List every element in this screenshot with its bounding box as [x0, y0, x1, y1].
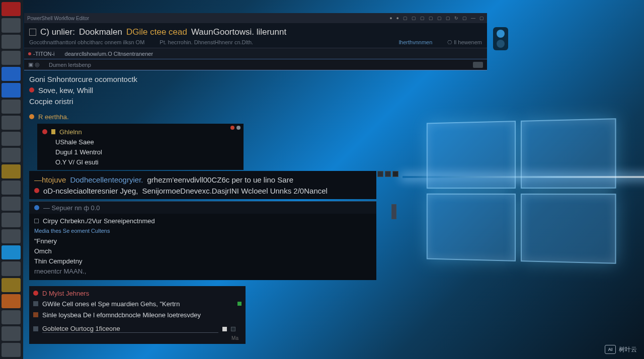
sub-toolbar: ▣ ◎ Dumen lertsbenp: [24, 59, 487, 70]
taskbar-app-15[interactable]: [2, 229, 21, 243]
toolbar-right-button[interactable]: [473, 62, 483, 68]
watermark-text: 树叶云: [619, 345, 637, 354]
taskbar-app-22[interactable]: [2, 343, 21, 357]
strip-window-controls: [377, 171, 398, 177]
p2-hdr: — Sepuer nn ф 0.0: [43, 204, 100, 212]
taskbar-app-10[interactable]: [2, 148, 21, 162]
line-b1-1: Goni Snhontorcure ocomontoctk: [29, 75, 137, 83]
taskbar-app-12[interactable]: [2, 181, 21, 195]
details-scroll-thumb[interactable]: [391, 204, 396, 219]
gutter-marker-icon[interactable]: [34, 188, 39, 193]
tab-1[interactable]: -TITON-i: [28, 51, 55, 57]
header-seg-3: DGile ctee cead: [126, 27, 187, 37]
taskbar-app-8[interactable]: [2, 116, 21, 130]
taskbar-app-3[interactable]: [2, 35, 21, 49]
gutter-marker-icon[interactable]: [42, 129, 47, 134]
taskbar: [0, 0, 23, 359]
header-sub-1: Gocothnatthanttonl obhcitharc onnem ilks…: [29, 39, 144, 46]
n1-l1: Ghlelnn: [59, 128, 82, 136]
foot-l1: GWile Cell ones el Spe muardien Gehs, "K…: [42, 300, 180, 308]
gutter-marker-icon[interactable]: [29, 114, 34, 119]
n1-l3: Dugul 1 Wentrol: [55, 148, 102, 156]
header-seg-4: WaunGoortowsi. lilerunnt: [191, 27, 286, 37]
header-sub-3: lherthvnnmen: [399, 39, 433, 46]
tab-1-label: -TITON-i: [33, 51, 55, 57]
tab-2[interactable]: deanrcllshow/um.O Cltnsentranener: [65, 51, 153, 57]
p2-l2: Media thes Se eoment Cultens: [34, 228, 110, 234]
document-header: C) unlier: Dookmalen DGile ctee cead Wau…: [24, 23, 487, 48]
titlebar-system-icons: ●●▢▢▢▢▢▢↻▢—▢: [389, 16, 484, 21]
input-suffix-icon: [231, 327, 235, 331]
nested-panel-1: Ghlelnn UShale Saee Dugul 1 Wentrol O.Y …: [37, 124, 244, 170]
strip-close-icon[interactable]: [392, 171, 398, 177]
mid-l2b: SenijormoeDnevexc.DasjrINI Wcloeel Unnks…: [142, 187, 327, 195]
n1-l2: UShale Saee: [55, 138, 94, 146]
mid-l1b: Dodhecellenteogryier.: [70, 175, 143, 184]
command-panel-status: Ma: [33, 334, 242, 342]
gutter-marker-icon[interactable]: [29, 87, 34, 93]
header-seg-2: Dookmalen: [79, 27, 122, 37]
camera-lens-icon: [497, 30, 505, 38]
watermark-badge: AI: [605, 345, 616, 354]
toolbar-crumb[interactable]: Dumen lertsbenp: [49, 62, 91, 68]
taskbar-app-17[interactable]: [2, 261, 21, 276]
code-area[interactable]: Goni Snhontorcure ocomontoctk Sove, kew,…: [24, 70, 487, 187]
header-sub-4: ⎔ ll hewenem: [447, 39, 482, 46]
checkbox-icon[interactable]: [34, 219, 39, 223]
bullet-icon: [33, 301, 38, 306]
details-panel: — Sepuer nn ф 0.0 Cirpy Chrbekn./2Vur Sn…: [29, 201, 376, 272]
taskbar-app-9[interactable]: [2, 132, 21, 146]
p2-l4: Omch: [34, 247, 52, 255]
taskbar-app-1[interactable]: [2, 2, 21, 16]
message-strip: —htojuve Dodhecellenteogryier. grhezm'ee…: [29, 171, 376, 199]
strip-min-icon[interactable]: [377, 171, 383, 177]
n1-l4: O.Y V/ Gl esuti: [55, 158, 99, 166]
p2-l6: rneoentcr MAAN.,: [34, 267, 86, 275]
mid-l1a: —htojuve: [34, 175, 66, 184]
taskbar-app-13[interactable]: [2, 197, 21, 211]
command-input[interactable]: [42, 325, 218, 333]
taskbar-app-6[interactable]: [2, 83, 21, 97]
taskbar-app-14[interactable]: [2, 213, 21, 227]
taskbar-app-16[interactable]: [2, 245, 21, 259]
status-dot-icon: [237, 302, 242, 306]
p2-l1: Cirpy Chrbekn./2Vur Snereipenctnmed: [43, 217, 155, 225]
mid-l1c: grhezm'eenvdivll00CZ6c per to ue lino Sa…: [147, 175, 293, 184]
taskbar-app-7[interactable]: [2, 100, 21, 114]
line-b1-2: Sove, kew, Whill: [38, 86, 93, 95]
strip-max-icon[interactable]: [385, 171, 391, 177]
foot-l2: Sinle loysbea De l efomndcbnocle Mileone…: [42, 311, 201, 319]
command-panel: D Mylst Jehners GWile Cell ones el Spe m…: [29, 286, 246, 344]
taskbar-app-21[interactable]: [2, 326, 21, 340]
window-title: PowerShell Workflow Editor: [27, 16, 89, 21]
taskbar-app-4[interactable]: [2, 51, 21, 65]
tab-dirty-dot-icon: [28, 52, 31, 55]
header-seg-1: C) unlier:: [40, 27, 75, 37]
taskbar-app-18[interactable]: [2, 278, 21, 292]
gutter-marker-icon[interactable]: [33, 291, 38, 296]
taskbar-app-5[interactable]: [2, 67, 21, 81]
p2-l5: Thin Cempdetny: [34, 257, 82, 265]
foot-hdr: D Mylst Jehners: [42, 290, 89, 297]
window-titlebar[interactable]: PowerShell Workflow Editor ●●▢▢▢▢▢▢↻▢—▢: [24, 13, 487, 23]
camera-widget[interactable]: [493, 27, 508, 50]
tab-bar: -TITON-i deanrcllshow/um.O Cltnsentranen…: [24, 48, 487, 59]
close-icon[interactable]: [230, 126, 234, 130]
minimize-icon[interactable]: [236, 126, 240, 130]
bullet-icon: [33, 312, 38, 317]
lock-icon: [51, 129, 55, 134]
gutter-marker-icon[interactable]: [34, 205, 39, 210]
toolbar-crumb-icon: ▣ ◎: [28, 61, 40, 68]
mid-l2a: oD-ncsleciaolteresnier Jyeg,: [43, 187, 138, 195]
taskbar-app-19[interactable]: [2, 294, 21, 308]
nested-panel-controls: [230, 126, 240, 130]
watermark: AI 树叶云: [605, 345, 637, 354]
camera-dot-icon: [497, 40, 505, 48]
taskbar-app-20[interactable]: [2, 310, 21, 324]
header-sub-2: Pt. hecrrohin. DhnenstHhnenr cn.Dlth.: [159, 39, 253, 46]
line-b1-3: Cocpie oristri: [29, 97, 73, 106]
input-icon: [33, 326, 38, 331]
taskbar-app-2[interactable]: [2, 18, 21, 32]
p2-l3: "Fnnery: [34, 237, 57, 245]
taskbar-app-11[interactable]: [2, 164, 21, 178]
